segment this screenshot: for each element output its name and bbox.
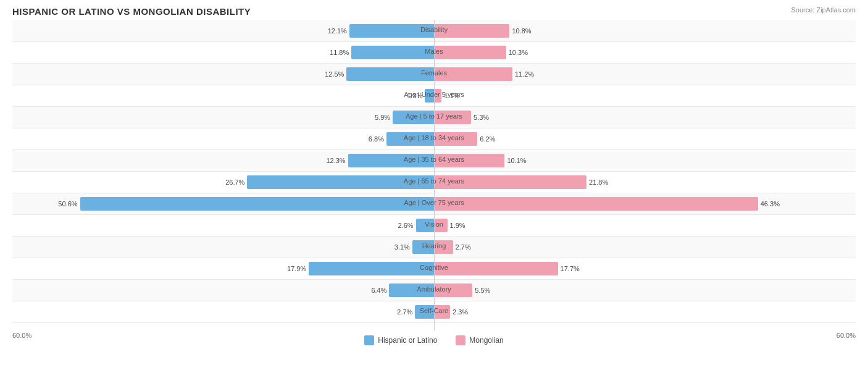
val-right: 11.2% — [515, 70, 534, 78]
right-section: 17.7% — [434, 258, 856, 279]
val-left: 6.8% — [369, 135, 384, 143]
right-section: 46.3% — [434, 193, 856, 214]
bar-blue — [247, 175, 434, 189]
bar-pink — [434, 46, 506, 59]
bar-pink — [434, 240, 453, 254]
bar-blue — [412, 240, 434, 254]
val-left: 50.6% — [58, 200, 77, 208]
chart-title: HISPANIC OR LATINO VS MONGOLIAN DISABILI… — [12, 6, 856, 17]
legend-box-pink — [456, 335, 465, 345]
left-section: 3.1% — [12, 237, 434, 258]
bar-blue — [393, 111, 434, 124]
right-section: 10.1% — [434, 150, 856, 171]
right-section: 1.9% — [434, 215, 856, 236]
val-left: 1.3% — [407, 92, 422, 99]
left-section: 12.3% — [12, 150, 434, 171]
right-section: 5.3% — [434, 107, 856, 128]
val-right: 1.9% — [450, 222, 465, 229]
right-section: 11.2% — [434, 64, 856, 85]
right-section: 21.8% — [434, 172, 856, 193]
legend-box-blue — [364, 335, 374, 345]
chart-container: HISPANIC OR LATINO VS MONGOLIAN DISABILI… — [0, 0, 868, 378]
bar-blue — [349, 24, 434, 38]
right-section: 5.5% — [434, 280, 856, 301]
val-right: 2.3% — [453, 308, 468, 316]
val-left: 17.9% — [287, 265, 306, 272]
bar-blue — [309, 262, 434, 275]
legend-item-pink: Mongolian — [456, 335, 503, 345]
bar-pink — [434, 197, 758, 211]
val-right: 5.5% — [475, 287, 490, 294]
right-section: 6.2% — [434, 128, 856, 149]
val-left: 12.1% — [328, 27, 347, 35]
bar-blue — [389, 284, 434, 297]
val-right: 1.1% — [444, 92, 459, 99]
val-right: 21.8% — [589, 178, 608, 186]
right-section: 10.8% — [434, 20, 856, 41]
chart-area: 12.1%10.8%Disability11.8%10.3%Males12.5%… — [12, 20, 856, 330]
left-section: 2.7% — [12, 301, 434, 322]
val-left: 12.5% — [325, 70, 344, 78]
val-right: 5.3% — [474, 114, 489, 121]
left-section: 50.6% — [12, 193, 434, 214]
val-left: 26.7% — [225, 178, 244, 186]
right-section: 10.3% — [434, 42, 856, 63]
val-left: 2.6% — [398, 222, 413, 229]
val-left: 12.3% — [326, 157, 345, 164]
source-label: Source: ZipAtlas.com — [791, 6, 856, 14]
bar-pink — [434, 132, 477, 146]
bar-pink — [434, 175, 586, 189]
bar-pink — [434, 67, 512, 81]
bar-blue — [425, 89, 434, 103]
bar-blue — [80, 197, 434, 211]
bar-blue — [348, 154, 434, 167]
bar-pink — [434, 89, 441, 103]
left-section: 11.8% — [12, 42, 434, 63]
legend: Hispanic or Latino Mongolian — [364, 335, 503, 345]
left-section: 26.7% — [12, 172, 434, 193]
bar-blue — [346, 67, 434, 81]
legend-label-blue: Hispanic or Latino — [378, 336, 437, 345]
left-section: 12.1% — [12, 20, 434, 41]
left-section: 2.6% — [12, 215, 434, 236]
center-axis — [434, 20, 435, 330]
bar-pink — [434, 111, 471, 124]
right-section: 1.1% — [434, 85, 856, 106]
legend-label-pink: Mongolian — [469, 336, 503, 345]
val-left: 5.9% — [375, 114, 390, 121]
bar-blue — [351, 46, 434, 59]
val-right: 10.1% — [507, 157, 526, 164]
val-right: 2.7% — [456, 243, 471, 251]
right-section: 2.7% — [434, 237, 856, 258]
bar-pink — [434, 262, 558, 275]
left-section: 1.3% — [12, 85, 434, 106]
bar-pink — [434, 305, 450, 319]
bar-blue — [386, 132, 434, 146]
left-section: 12.5% — [12, 64, 434, 85]
val-right: 17.7% — [561, 265, 580, 272]
legend-item-blue: Hispanic or Latino — [364, 335, 437, 345]
val-left: 6.4% — [371, 287, 386, 294]
left-section: 17.9% — [12, 258, 434, 279]
val-right: 46.3% — [761, 200, 780, 208]
bar-pink — [434, 24, 509, 38]
axis-label-left: 60.0% — [12, 332, 31, 345]
bar-pink — [434, 219, 448, 232]
bar-blue — [415, 305, 434, 319]
val-right: 10.3% — [509, 49, 528, 56]
bar-pink — [434, 284, 472, 297]
left-section: 5.9% — [12, 107, 434, 128]
bar-pink — [434, 154, 504, 167]
val-right: 6.2% — [480, 135, 495, 143]
left-section: 6.4% — [12, 280, 434, 301]
val-left: 11.8% — [330, 49, 349, 56]
val-left: 3.1% — [394, 243, 410, 251]
val-left: 2.7% — [397, 308, 412, 316]
left-section: 6.8% — [12, 128, 434, 149]
right-section: 2.3% — [434, 301, 856, 322]
axis-label-right: 60.0% — [837, 332, 856, 345]
val-right: 10.8% — [512, 27, 531, 35]
bar-blue — [416, 219, 434, 232]
